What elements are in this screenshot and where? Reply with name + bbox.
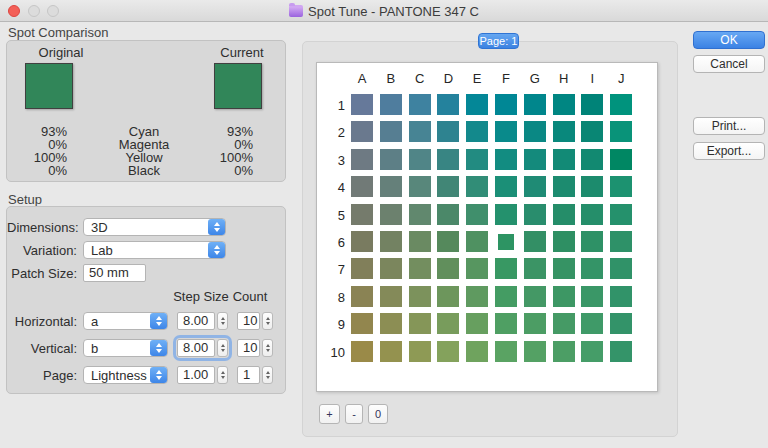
color-patch-F5[interactable] bbox=[495, 204, 517, 225]
color-patch-H6[interactable] bbox=[553, 231, 575, 252]
color-patch-I3[interactable] bbox=[581, 149, 603, 170]
color-patch-A8[interactable] bbox=[351, 286, 373, 307]
color-patch-D2[interactable] bbox=[437, 121, 459, 142]
color-patch-H3[interactable] bbox=[553, 149, 575, 170]
color-patch-A3[interactable] bbox=[351, 149, 373, 170]
color-patch-J2[interactable] bbox=[610, 121, 632, 142]
color-patch-I7[interactable] bbox=[581, 258, 603, 279]
color-patch-A1[interactable] bbox=[351, 94, 373, 115]
color-patch-H8[interactable] bbox=[553, 286, 575, 307]
page-step-stepper[interactable] bbox=[217, 366, 228, 384]
color-patch-J6[interactable] bbox=[610, 231, 632, 252]
color-patch-E7[interactable] bbox=[466, 258, 488, 279]
color-patch-A6[interactable] bbox=[351, 231, 373, 252]
color-patch-H2[interactable] bbox=[553, 121, 575, 142]
color-patch-G1[interactable] bbox=[524, 94, 546, 115]
color-patch-B5[interactable] bbox=[380, 204, 402, 225]
color-patch-G4[interactable] bbox=[524, 176, 546, 197]
patch-size-field[interactable]: 50 mm bbox=[83, 264, 146, 282]
color-patch-J7[interactable] bbox=[610, 258, 632, 279]
color-patch-E2[interactable] bbox=[466, 121, 488, 142]
color-patch-B9[interactable] bbox=[380, 313, 402, 334]
color-patch-F7[interactable] bbox=[495, 258, 517, 279]
color-patch-C9[interactable] bbox=[409, 313, 431, 334]
color-patch-F1[interactable] bbox=[495, 94, 517, 115]
color-patch-J5[interactable] bbox=[610, 204, 632, 225]
vertical-axis-select[interactable]: b bbox=[83, 339, 168, 357]
color-patch-D7[interactable] bbox=[437, 258, 459, 279]
color-patch-C2[interactable] bbox=[409, 121, 431, 142]
horizontal-step-stepper[interactable] bbox=[217, 312, 228, 330]
color-patch-G8[interactable] bbox=[524, 286, 546, 307]
color-patch-J8[interactable] bbox=[610, 286, 632, 307]
color-patch-A7[interactable] bbox=[351, 258, 373, 279]
vertical-count-field[interactable]: 10 bbox=[237, 339, 260, 357]
color-patch-C3[interactable] bbox=[409, 149, 431, 170]
color-patch-G6[interactable] bbox=[524, 231, 546, 252]
color-patch-J9[interactable] bbox=[610, 313, 632, 334]
color-patch-H9[interactable] bbox=[553, 313, 575, 334]
color-patch-C7[interactable] bbox=[409, 258, 431, 279]
zoom-out-button[interactable]: - bbox=[345, 404, 363, 424]
color-patch-B8[interactable] bbox=[380, 286, 402, 307]
color-patch-G10[interactable] bbox=[524, 341, 546, 362]
color-patch-C1[interactable] bbox=[409, 94, 431, 115]
color-patch-F4[interactable] bbox=[495, 176, 517, 197]
zoom-in-button[interactable]: + bbox=[319, 404, 340, 424]
color-patch-I6[interactable] bbox=[581, 231, 603, 252]
color-patch-F8[interactable] bbox=[495, 286, 517, 307]
color-patch-D10[interactable] bbox=[437, 341, 459, 362]
color-patch-D4[interactable] bbox=[437, 176, 459, 197]
color-patch-A4[interactable] bbox=[351, 176, 373, 197]
color-patch-A2[interactable] bbox=[351, 121, 373, 142]
color-patch-E1[interactable] bbox=[466, 94, 488, 115]
color-patch-F6[interactable] bbox=[498, 234, 514, 250]
page-axis-select[interactable]: Lightness bbox=[83, 366, 168, 384]
color-patch-B6[interactable] bbox=[380, 231, 402, 252]
color-patch-B1[interactable] bbox=[380, 94, 402, 115]
color-patch-H7[interactable] bbox=[553, 258, 575, 279]
color-patch-G3[interactable] bbox=[524, 149, 546, 170]
vertical-count-stepper[interactable] bbox=[262, 339, 273, 357]
print-button[interactable]: Print... bbox=[693, 117, 765, 135]
color-patch-J10[interactable] bbox=[610, 341, 632, 362]
dimensions-select[interactable]: 3D bbox=[83, 218, 226, 236]
color-patch-J3[interactable] bbox=[610, 149, 632, 170]
vertical-step-field[interactable]: 8.00 bbox=[177, 339, 215, 357]
color-patch-F2[interactable] bbox=[495, 121, 517, 142]
color-patch-I2[interactable] bbox=[581, 121, 603, 142]
horizontal-step-field[interactable]: 8.00 bbox=[177, 312, 215, 330]
page-step-field[interactable]: 1.00 bbox=[177, 366, 215, 384]
color-patch-E8[interactable] bbox=[466, 286, 488, 307]
color-patch-B3[interactable] bbox=[380, 149, 402, 170]
color-patch-C5[interactable] bbox=[409, 204, 431, 225]
color-patch-H5[interactable] bbox=[553, 204, 575, 225]
color-patch-E10[interactable] bbox=[466, 341, 488, 362]
color-patch-I5[interactable] bbox=[581, 204, 603, 225]
color-patch-H10[interactable] bbox=[553, 341, 575, 362]
vertical-step-stepper[interactable] bbox=[217, 339, 228, 357]
color-patch-D3[interactable] bbox=[437, 149, 459, 170]
color-patch-E4[interactable] bbox=[466, 176, 488, 197]
color-patch-D5[interactable] bbox=[437, 204, 459, 225]
export-button[interactable]: Export... bbox=[693, 142, 765, 160]
color-patch-B10[interactable] bbox=[380, 341, 402, 362]
color-patch-E3[interactable] bbox=[466, 149, 488, 170]
color-patch-C6[interactable] bbox=[409, 231, 431, 252]
color-patch-F10[interactable] bbox=[495, 341, 517, 362]
color-patch-E5[interactable] bbox=[466, 204, 488, 225]
cancel-button[interactable]: Cancel bbox=[693, 55, 765, 73]
color-patch-I9[interactable] bbox=[581, 313, 603, 334]
page-count-stepper[interactable] bbox=[262, 366, 273, 384]
color-patch-G7[interactable] bbox=[524, 258, 546, 279]
horizontal-count-field[interactable]: 10 bbox=[237, 312, 260, 330]
color-patch-H4[interactable] bbox=[553, 176, 575, 197]
color-patch-E9[interactable] bbox=[466, 313, 488, 334]
horizontal-axis-select[interactable]: a bbox=[83, 312, 168, 330]
color-patch-H1[interactable] bbox=[553, 94, 575, 115]
color-patch-B2[interactable] bbox=[380, 121, 402, 142]
color-patch-A10[interactable] bbox=[351, 341, 373, 362]
variation-select[interactable]: Lab bbox=[83, 241, 226, 259]
color-patch-B4[interactable] bbox=[380, 176, 402, 197]
color-patch-A9[interactable] bbox=[351, 313, 373, 334]
